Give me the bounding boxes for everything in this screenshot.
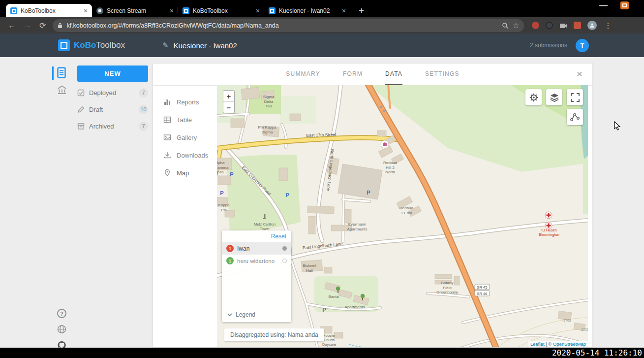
form-title: Kuesioner - Iwan02 [174, 41, 237, 50]
map-boundary-button[interactable] [567, 109, 583, 125]
visibility-toggle-off[interactable] [282, 259, 287, 263]
map-layers-button[interactable] [546, 89, 562, 105]
tab-data[interactable]: DATA [385, 64, 402, 85]
reload-button[interactable]: ⟳ [39, 21, 46, 30]
extension-dark-icon[interactable] [546, 22, 553, 29]
zoom-in-button[interactable]: + [223, 91, 234, 101]
sidebar-item-draft[interactable]: Draft 10 [77, 101, 148, 117]
bookmark-star-icon[interactable]: ☆ [513, 21, 519, 30]
map-fullscreen-button[interactable] [567, 89, 583, 105]
kobotoolbox-logo-icon [58, 39, 70, 51]
legend-row-iwan[interactable]: 1 Iwan [222, 242, 291, 255]
tab-form[interactable]: FORM [343, 64, 363, 85]
new-project-button[interactable]: NEW [77, 65, 148, 82]
browser-menu-icon[interactable]: ⋮ [604, 21, 612, 30]
back-button[interactable]: ← [8, 21, 16, 30]
cluster-count-badge: 1 [226, 257, 234, 264]
project-data-card: SUMMARY FORM DATA SETTINGS × Reports [153, 63, 593, 348]
reset-link[interactable]: Reset [271, 233, 286, 240]
deployed-icon [77, 89, 85, 97]
tab-title: KoBoToolbox [21, 7, 80, 14]
language-globe-icon[interactable] [57, 325, 66, 336]
map-label: HoosierCourtsDaycare [322, 333, 336, 347]
subnav-item-map[interactable]: Map [153, 164, 217, 182]
visibility-toggle-on[interactable] [282, 246, 287, 251]
browser-tab-kobotoolbox-1[interactable]: KoBoToolbox × [6, 4, 92, 17]
layers-icon [550, 93, 559, 102]
extension-square-icon[interactable] [574, 22, 581, 29]
map-canvas[interactable]: SR 45 SR 46 PPPPP SigmaDeltaTauPhi Kappa… [217, 85, 588, 347]
sidebar-item-archived[interactable]: Archived 7 [77, 118, 148, 134]
map-attribution: Leaflet | © OpenStreetMap [528, 341, 588, 347]
osm-link[interactable]: © OpenStreetMap [548, 341, 586, 347]
cluster-count-badge: 1 [226, 245, 234, 252]
kobotoolbox-logo[interactable]: KoBoToolbox [58, 39, 125, 51]
data-subnav: Reports Table [153, 85, 217, 347]
parking-icon: P [230, 171, 233, 177]
browser-profile-avatar[interactable] [587, 21, 597, 30]
logo-text-toolbox: Toolbox [96, 40, 125, 50]
recorder-icon[interactable] [620, 1, 629, 9]
edit-title-icon[interactable]: ✎ [162, 41, 169, 50]
gear-icon [529, 93, 538, 102]
recorder-statusbar: 2020-05-14 11:26:10 [0, 348, 644, 358]
shop-icon [381, 140, 389, 148]
subnav-item-downloads[interactable]: Downloads [153, 146, 217, 164]
map-settings-button[interactable] [525, 89, 542, 105]
new-tab-button[interactable]: + [357, 4, 366, 17]
svg-text:SR 45: SR 45 [477, 285, 488, 290]
leaflet-link[interactable]: Leaflet [530, 341, 545, 347]
library-rail-icon[interactable] [57, 85, 67, 97]
forms-rail-icon[interactable] [57, 67, 66, 80]
browser-tab-kobotoolbox-2[interactable]: KoBoToolbox × [178, 4, 264, 17]
user-avatar[interactable]: T [576, 39, 589, 52]
tab-title: Kuesioner - Iwan02 [279, 7, 338, 14]
browser-tab-screen-stream[interactable]: Screen Stream × [92, 4, 178, 17]
polyline-icon [570, 113, 580, 122]
tab-close-icon[interactable]: × [170, 7, 174, 15]
window-minimize-button[interactable]: — [599, 1, 608, 10]
zoom-out-button[interactable]: − [223, 101, 234, 113]
close-icon[interactable]: × [577, 67, 583, 80]
subnav-item-gallery[interactable]: Gallery [153, 129, 217, 146]
url-text: kf.kobotoolbox.org/#/forms/a8Rff3cCRoziG… [66, 22, 278, 29]
tab-close-icon[interactable]: × [84, 7, 88, 15]
subnav-label: Gallery [177, 134, 197, 141]
subnav-label: Downloads [177, 152, 208, 159]
search-icon[interactable] [502, 22, 509, 29]
sidebar-item-label: Draft [89, 106, 134, 113]
camera-extension-icon[interactable] [559, 22, 567, 29]
subnav-item-table[interactable]: Table [153, 111, 217, 129]
address-bar[interactable]: kf.kobotoolbox.org/#/forms/a8Rff3cCRoziG… [53, 19, 524, 32]
tab-summary[interactable]: SUMMARY [286, 64, 320, 85]
map-label: Banta [329, 294, 339, 299]
sidebar-item-label: Deployed [89, 89, 134, 97]
logo-text-kobo: KoBo [74, 40, 96, 50]
browser-tab-kuesioner[interactable]: Kuesioner - Iwan02 × [264, 4, 350, 17]
parking-icon: P [322, 307, 326, 313]
draft-icon [77, 106, 85, 113]
legend-toggle[interactable]: Legend [227, 311, 255, 318]
kobotoolbox-favicon [183, 7, 189, 14]
help-icon[interactable]: ? [57, 309, 66, 318]
tab-close-icon[interactable]: × [342, 7, 346, 15]
subnav-item-reports[interactable]: Reports [153, 93, 217, 111]
svg-text:SR 46: SR 46 [477, 292, 488, 296]
tab-close-icon[interactable]: × [256, 7, 260, 15]
forward-button[interactable]: → [24, 21, 31, 30]
map-label: Redbud1 East [399, 206, 413, 215]
extension-red-icon[interactable] [532, 22, 539, 29]
recording-timestamp: 2020-05-14 11:26:10 [552, 348, 644, 358]
table-icon [163, 116, 171, 124]
sidebar-item-deployed[interactable]: Deployed 7 [77, 85, 148, 100]
road-shield-sr45: SR 45 [475, 284, 490, 290]
lock-icon [58, 23, 62, 29]
disaggregation-note: Disaggregated using: Nama anda [224, 328, 324, 341]
map-label: Apartments [345, 305, 365, 309]
tab-settings[interactable]: SETTINGS [425, 64, 460, 85]
legend-row-heru-widartono[interactable]: 1 heru widartono [222, 255, 291, 267]
attribution-separator: | [546, 341, 547, 347]
extension-icons: ⋮ [532, 21, 617, 30]
sidebar-item-label: Archived [89, 123, 134, 130]
deployed-count-badge: 7 [139, 88, 148, 98]
